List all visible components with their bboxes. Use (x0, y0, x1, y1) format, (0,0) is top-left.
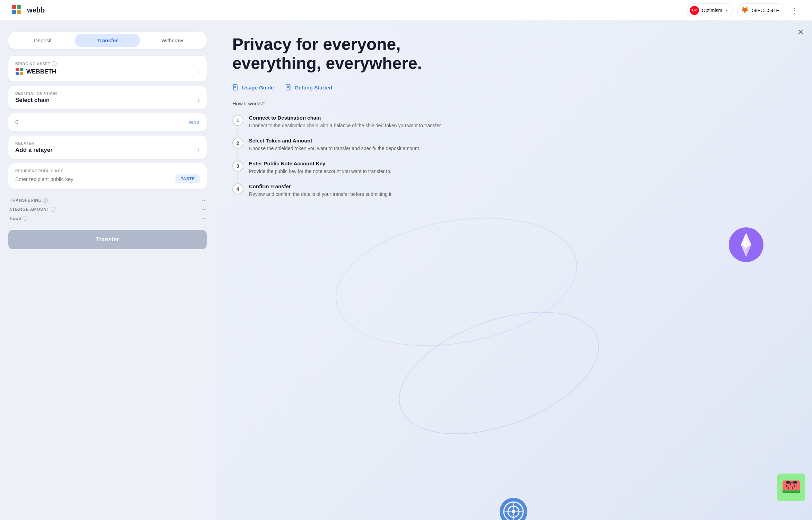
logo-text: webb (27, 6, 45, 14)
amount-input[interactable] (15, 119, 163, 126)
svg-rect-27 (794, 485, 795, 487)
destination-chain-value: Select chain (15, 97, 50, 104)
header: webb OP Optimism ▾ 🦊 58FC...541F ⋮ (0, 0, 812, 21)
svg-rect-24 (783, 492, 800, 493)
change-amount-info-icon: i (51, 207, 55, 212)
wallet-address: 58FC...541F (752, 8, 779, 13)
webb-logo-icon (11, 4, 24, 17)
relayer-section[interactable]: RELAYER Add a relayer › (8, 136, 207, 159)
svg-rect-11 (237, 85, 238, 90)
amount-section: MAX (8, 113, 207, 131)
relayer-label: RELAYER (15, 141, 200, 145)
getting-started-tab[interactable]: Getting Started (285, 84, 332, 91)
svg-rect-34 (786, 481, 791, 484)
svg-rect-0 (12, 5, 16, 9)
step-2: 2 Select Token and Amount Choose the shi… (232, 138, 795, 152)
change-amount-value: -- (202, 207, 205, 212)
op-badge: OP (690, 6, 699, 15)
network-button[interactable]: OP Optimism ▾ (687, 3, 733, 17)
svg-rect-7 (20, 72, 23, 75)
bridging-asset-section[interactable]: BRIDGING ASSET i WEBBETH › (8, 56, 207, 81)
tab-deposit[interactable]: Deposit (10, 34, 75, 47)
header-right: OP Optimism ▾ 🦊 58FC...541F ⋮ (687, 3, 801, 17)
transfering-label: TRANSFERING i (10, 198, 48, 203)
main-layout: Deposit Transfer Withdraw BRIDGING ASSET… (0, 21, 812, 520)
svg-rect-4 (16, 68, 19, 71)
left-panel: Deposit Transfer Withdraw BRIDGING ASSET… (0, 21, 215, 520)
bridging-asset-info-icon: i (52, 61, 57, 66)
svg-rect-36 (790, 482, 793, 483)
eth-logo (729, 227, 763, 263)
more-button[interactable]: ⋮ (788, 5, 801, 16)
paste-button[interactable]: PASTE (175, 174, 200, 183)
bridging-asset-label: BRIDGING ASSET i (15, 61, 200, 66)
step-3-number: 3 (232, 161, 243, 172)
steps-container: 1 Connect to Destination chain Connect t… (232, 115, 795, 198)
how-it-works-label: How it works? (232, 101, 795, 106)
svg-rect-5 (20, 68, 23, 71)
step-3-title: Enter Public Note Account Key (249, 161, 795, 166)
watermelon-nft (777, 474, 805, 503)
step-3-desc: Provide the public key for the note acco… (249, 168, 795, 175)
svg-rect-28 (788, 487, 789, 489)
book-icon (232, 84, 239, 91)
logo: webb (11, 4, 45, 17)
webbeth-icon (15, 68, 24, 76)
tabs-container: Deposit Transfer Withdraw (8, 32, 207, 49)
fox-icon: 🦊 (740, 6, 749, 15)
summary-rows: TRANSFERING i -- CHANGE AMOUNT i -- FEES… (8, 196, 207, 223)
step-2-title: Select Token and Amount (249, 138, 795, 144)
webb-bottom-icon (500, 498, 527, 520)
transfering-info-icon: i (43, 198, 48, 203)
step-4-title: Confirm Transfer (249, 183, 795, 189)
step-4-desc: Review and confirm the details of your t… (249, 191, 795, 198)
rocket-icon (285, 84, 292, 91)
max-button[interactable]: MAX (189, 120, 200, 125)
bridging-asset-value: WEBBETH (15, 68, 56, 76)
fees-value: -- (202, 216, 205, 221)
destination-chain-label: DESTINATION CHAIN (15, 91, 200, 95)
chevron-down-icon: ▾ (726, 8, 728, 13)
step-4: 4 Confirm Transfer Review and confirm th… (232, 183, 795, 198)
fees-row: FEES i -- (10, 214, 205, 223)
recipient-input[interactable] (15, 176, 175, 182)
chevron-right-icon-3: › (198, 147, 200, 153)
step-1-desc: Connect to the destination chain with a … (249, 122, 795, 129)
svg-rect-35 (793, 481, 797, 484)
ethereum-icon (729, 227, 763, 262)
step-1-title: Connect to Destination chain (249, 115, 795, 121)
chevron-right-icon: › (198, 69, 200, 75)
wallet-button[interactable]: 🦊 58FC...541F (737, 3, 784, 17)
svg-rect-25 (786, 485, 787, 487)
change-amount-row: CHANGE AMOUNT i -- (10, 205, 205, 214)
step-2-number: 2 (232, 138, 243, 149)
webb-circle-bottom (500, 498, 527, 520)
transfer-button[interactable]: Transfer (8, 230, 207, 249)
watermelon-icon (777, 474, 805, 501)
svg-rect-6 (16, 72, 19, 75)
network-label: Optimism (702, 8, 722, 13)
fees-label: FEES i (10, 216, 27, 221)
chevron-right-icon-2: › (198, 97, 200, 103)
svg-rect-2 (12, 10, 16, 14)
hero-title: Privacy for everyone, everything, everyw… (232, 35, 426, 73)
close-button[interactable]: ✕ (797, 28, 804, 37)
fees-info-icon: i (23, 216, 27, 221)
usage-guide-tab[interactable]: Usage Guide (232, 84, 274, 91)
transfering-row: TRANSFERING i -- (10, 196, 205, 205)
svg-rect-29 (792, 487, 793, 489)
step-1-number: 1 (232, 115, 243, 126)
svg-rect-1 (17, 5, 21, 9)
step-1: 1 Connect to Destination chain Connect t… (232, 115, 795, 129)
step-2-desc: Choose the shielded token you want to tr… (249, 145, 795, 152)
transfering-value: -- (202, 198, 205, 203)
destination-chain-section[interactable]: DESTINATION CHAIN Select chain › (8, 86, 207, 109)
guide-tabs: Usage Guide Getting Started (232, 84, 795, 91)
step-3: 3 Enter Public Note Account Key Provide … (232, 161, 795, 175)
step-4-number: 4 (232, 183, 243, 194)
right-panel: ✕ Privacy for everyone, everything, ever… (215, 21, 812, 520)
recipient-label: RECIPIENT PUBLIC KEY (15, 169, 200, 173)
relayer-value: Add a relayer (15, 147, 53, 154)
tab-withdraw[interactable]: Withdraw (140, 34, 205, 47)
tab-transfer[interactable]: Transfer (75, 34, 140, 47)
